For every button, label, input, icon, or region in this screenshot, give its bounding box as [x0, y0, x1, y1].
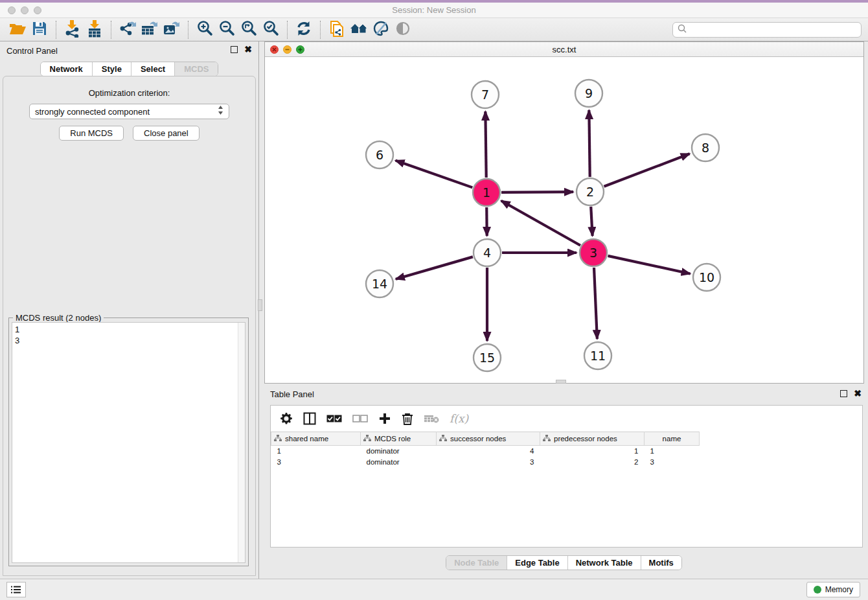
graph-node-7[interactable]: 7: [472, 81, 499, 108]
node-label: 2: [586, 185, 594, 199]
deselect-all-button[interactable]: [352, 414, 368, 423]
mcds-result-line: 1: [15, 324, 242, 335]
tab-motifs[interactable]: Motifs: [641, 556, 681, 570]
table-cell[interactable]: 2: [540, 457, 645, 468]
graph-node-3[interactable]: 3: [580, 239, 607, 266]
table-row[interactable]: 1dominator411: [271, 446, 700, 457]
edge-2-9[interactable]: [589, 110, 589, 177]
edge-2-3[interactable]: [591, 207, 592, 236]
network-canvas[interactable]: 7968124314101511: [265, 57, 863, 383]
edge-4-14[interactable]: [396, 257, 473, 279]
tab-select[interactable]: Select: [131, 62, 175, 76]
node-label: 6: [376, 148, 383, 162]
split-pane-handle-vertical[interactable]: [258, 299, 262, 311]
table-cell[interactable]: 3: [271, 457, 361, 468]
tab-node-table[interactable]: Node Table: [446, 556, 507, 570]
column-header-MCDS-role[interactable]: MCDS role: [361, 432, 437, 446]
node-label: 4: [483, 246, 491, 260]
show-graphics-details-button[interactable]: [392, 20, 414, 40]
tab-mcds[interactable]: MCDS: [175, 62, 218, 76]
tab-network-table[interactable]: Network Table: [568, 556, 641, 570]
edge-1-6[interactable]: [396, 161, 473, 188]
memory-button[interactable]: Memory: [806, 582, 860, 597]
close-table-panel-icon[interactable]: ✖: [854, 390, 862, 397]
zoom-fit-button[interactable]: [238, 20, 260, 40]
search-box[interactable]: [672, 22, 862, 38]
graph-node-1[interactable]: 1: [473, 179, 500, 206]
save-session-button[interactable]: [29, 20, 51, 40]
tab-style[interactable]: Style: [93, 62, 131, 76]
edge-1-2[interactable]: [501, 192, 573, 192]
import-table-icon: [86, 19, 103, 40]
edge-3-11[interactable]: [594, 268, 597, 339]
table-cell[interactable]: dominator: [361, 457, 437, 468]
graph-node-4[interactable]: 4: [474, 239, 501, 266]
import-network-icon: [64, 19, 81, 40]
table-cell[interactable]: 1: [540, 446, 645, 457]
tab-edge-table[interactable]: Edge Table: [507, 556, 567, 570]
zoom-in-button[interactable]: [194, 20, 216, 40]
table-cell[interactable]: 1: [645, 446, 700, 457]
graph-node-2[interactable]: 2: [577, 178, 604, 205]
close-panel-icon[interactable]: ✖: [244, 46, 252, 53]
close-panel-button[interactable]: Close panel: [133, 126, 200, 141]
export-image-button[interactable]: [161, 20, 183, 40]
delete-column-button[interactable]: [402, 412, 413, 425]
select-all-button[interactable]: [326, 414, 342, 423]
graph-node-14[interactable]: 14: [366, 270, 393, 297]
table-row[interactable]: 3dominator323: [271, 457, 700, 468]
status-bar: Memory: [0, 579, 868, 600]
table-cell[interactable]: 1: [271, 446, 361, 457]
duplicate-network-button[interactable]: [326, 20, 348, 40]
float-table-panel-icon[interactable]: [840, 390, 847, 397]
column-header-name[interactable]: name: [645, 432, 700, 446]
column-header-successor-nodes[interactable]: successor nodes: [437, 432, 540, 446]
search-input[interactable]: [687, 25, 857, 34]
graph-node-15[interactable]: 15: [474, 344, 501, 371]
list-icon: [11, 585, 21, 594]
split-pane-handle-horizontal[interactable]: [556, 380, 566, 384]
create-column-button[interactable]: [378, 412, 391, 425]
apply-layout-button[interactable]: [293, 20, 315, 40]
graph-node-6[interactable]: 6: [366, 141, 393, 168]
first-neighbors-button[interactable]: [348, 20, 370, 40]
import-table-button[interactable]: [84, 20, 106, 40]
import-network-button[interactable]: [62, 20, 84, 40]
graph-node-9[interactable]: 9: [575, 80, 602, 107]
table-cell[interactable]: 4: [437, 446, 540, 457]
table-cell[interactable]: dominator: [361, 446, 437, 457]
column-header-shared-name[interactable]: shared name: [271, 432, 361, 446]
memory-label: Memory: [825, 585, 853, 594]
tab-network[interactable]: Network: [41, 62, 93, 76]
graph-node-8[interactable]: 8: [692, 134, 719, 161]
task-history-button[interactable]: [6, 582, 26, 597]
export-network-button[interactable]: [117, 20, 139, 40]
zoom-out-button[interactable]: [216, 20, 238, 40]
open-session-button[interactable]: [6, 20, 29, 40]
tree-column-icon: [543, 435, 551, 443]
toolbar-separator: [320, 21, 321, 39]
graph-node-10[interactable]: 10: [693, 264, 720, 291]
hide-graphics-details-button[interactable]: [370, 20, 392, 40]
edge-2-8[interactable]: [604, 154, 689, 187]
result-scrollbar[interactable]: [238, 323, 245, 562]
table-settings-button[interactable]: [280, 412, 293, 425]
export-image-icon: [163, 19, 181, 40]
zoom-selected-button[interactable]: [260, 20, 282, 40]
delete-table-button[interactable]: [424, 413, 439, 424]
column-header-predecessor-nodes[interactable]: predecessor nodes: [540, 432, 645, 446]
edge-3-1[interactable]: [501, 201, 580, 246]
edge-3-10[interactable]: [608, 256, 690, 274]
export-table-button[interactable]: [139, 20, 161, 40]
float-panel-icon[interactable]: [231, 46, 238, 53]
eye-icon: [394, 21, 412, 38]
graph-node-11[interactable]: 11: [584, 342, 611, 369]
table-cell[interactable]: 3: [437, 457, 540, 468]
show-column-panel-button[interactable]: [303, 412, 316, 425]
run-mcds-button[interactable]: Run MCDS: [59, 126, 124, 141]
function-builder-button[interactable]: f(x): [450, 412, 468, 425]
table-cell[interactable]: 3: [645, 457, 700, 468]
edge-1-7[interactable]: [485, 111, 486, 178]
optimization-criterion-select[interactable]: strongly connected component: [29, 104, 229, 119]
table-toolbar: f(x): [271, 406, 862, 432]
